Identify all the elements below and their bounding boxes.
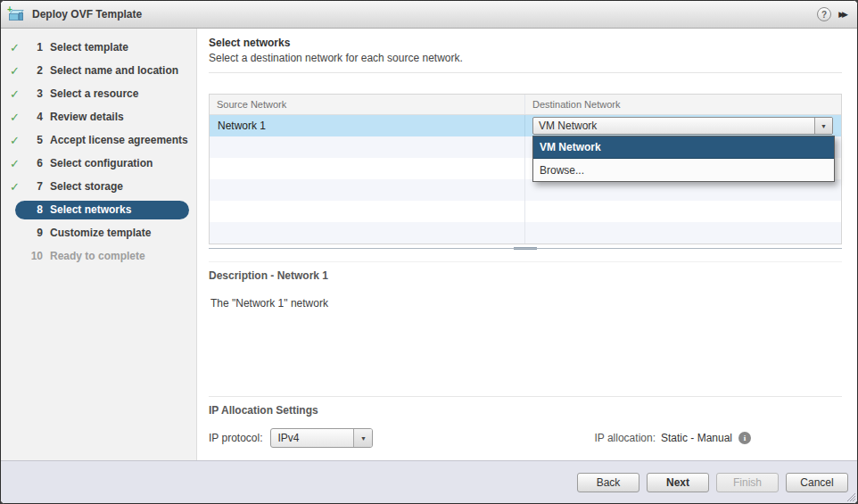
ip-allocation-heading: IP Allocation Settings [209, 404, 842, 417]
step-label: Select networks [50, 203, 131, 216]
dropdown-option-browse[interactable]: Browse... [533, 159, 834, 181]
window-resize-grip[interactable] [846, 492, 855, 501]
check-icon: ✓ [10, 64, 28, 78]
sidebar-item-accept-license[interactable]: ✓ 5Accept license agreements [1, 128, 196, 152]
step-number: 9 [28, 227, 43, 239]
step-label: Customize template [50, 227, 151, 239]
sidebar-item-select-configuration[interactable]: ✓ 6Select configuration [1, 152, 196, 175]
description-section: Description - Network 1 The "Network 1" … [209, 261, 842, 396]
ip-protocol-label: IP protocol: [209, 432, 262, 444]
back-button[interactable]: Back [577, 473, 639, 492]
deploy-ovf-dialog: + Deploy OVF Template ? ▶▶ ✓ 1Select tem… [0, 0, 858, 504]
step-number: 2 [28, 64, 43, 77]
step-number: 1 [28, 41, 43, 54]
check-icon: ✓ [10, 111, 28, 124]
dropdown-option-vm-network[interactable]: VM Network [533, 136, 834, 159]
source-network-name: Network 1 [210, 120, 266, 132]
next-button[interactable]: Next [647, 473, 709, 492]
step-number: 10 [28, 250, 43, 262]
sidebar-item-select-name-location[interactable]: ✓ 2Select name and location [1, 59, 196, 82]
deploy-ovf-icon: + [8, 6, 26, 22]
step-number: 7 [28, 180, 43, 193]
destination-network-value: VM Network [533, 120, 814, 132]
sidebar-item-select-resource[interactable]: ✓ 3Select a resource [1, 82, 196, 105]
step-label: Accept license agreements [50, 134, 188, 146]
step-label: Select name and location [50, 64, 178, 77]
ip-allocation-section: IP Allocation Settings IP protocol: IPv4… [209, 396, 842, 460]
description-heading: Description - Network 1 [209, 269, 842, 282]
dialog-footer: Back Next Finish Cancel [1, 460, 857, 503]
fast-forward-icon[interactable]: ▶▶ [838, 10, 848, 19]
table-resize-splitter[interactable] [209, 248, 842, 255]
step-number: 3 [28, 87, 43, 100]
chevron-down-icon[interactable]: ▼ [814, 118, 832, 134]
dialog-titlebar: + Deploy OVF Template ? ▶▶ [1, 1, 857, 29]
sidebar-item-select-template[interactable]: ✓ 1Select template [1, 36, 196, 59]
step-number: 6 [28, 157, 43, 169]
page-title: Select networks [209, 37, 842, 49]
column-header-destination-network: Destination Network [525, 95, 841, 114]
sidebar-item-review-details[interactable]: ✓ 4Review details [1, 105, 196, 128]
check-icon: ✓ [10, 180, 28, 194]
destination-network-dropdown[interactable]: VM Network ▼ [532, 117, 833, 135]
ip-allocation-label: IP allocation: [594, 432, 656, 444]
step-label: Ready to complete [50, 250, 145, 262]
wizard-content: Select networks Select a destination net… [197, 29, 857, 460]
table-row-empty [210, 222, 841, 244]
divider [209, 72, 842, 73]
step-label: Review details [50, 111, 124, 123]
step-label: Select storage [50, 180, 123, 193]
step-number: 4 [28, 111, 43, 123]
sidebar-item-ready-to-complete: 10Ready to complete [1, 244, 196, 268]
description-text: The "Network 1" network [209, 297, 842, 310]
column-header-source-network: Source Network [210, 95, 525, 114]
table-row[interactable]: Network 1 VM Network ▼ VM Network Browse… [210, 115, 841, 136]
table-row-empty [210, 179, 841, 201]
ip-allocation-value: Static - Manual [661, 432, 732, 444]
splitter-grip-icon[interactable] [514, 246, 537, 251]
cancel-button[interactable]: Cancel [786, 473, 848, 492]
wizard-steps-sidebar: ✓ 1Select template ✓ 2Select name and lo… [1, 29, 197, 460]
ip-protocol-dropdown[interactable]: IPv4 ▼ [270, 428, 373, 448]
step-label: Select template [50, 41, 128, 54]
ip-protocol-value: IPv4 [271, 432, 353, 444]
network-mapping-table: Source Network Destination Network Netwo… [209, 94, 842, 244]
info-icon[interactable]: i [738, 432, 751, 444]
step-number: 5 [28, 134, 43, 146]
plus-icon: + [7, 4, 12, 14]
check-icon: ✓ [10, 134, 28, 147]
help-icon[interactable]: ? [817, 7, 831, 21]
check-icon: ✓ [10, 87, 28, 101]
check-icon: ✓ [10, 157, 28, 170]
page-subtitle: Select a destination network for each so… [209, 52, 842, 64]
sidebar-item-customize-template[interactable]: 9Customize template [1, 221, 196, 244]
destination-network-options-list: VM Network Browse... [532, 136, 835, 182]
table-row-empty [210, 201, 841, 222]
sidebar-item-select-storage[interactable]: ✓ 7Select storage [1, 175, 196, 198]
step-label: Select configuration [50, 157, 153, 169]
step-label: Select a resource [50, 87, 138, 100]
step-number: 8 [28, 203, 43, 216]
check-icon: ✓ [10, 41, 28, 54]
finish-button: Finish [716, 473, 779, 492]
table-header-row: Source Network Destination Network [210, 95, 841, 115]
chevron-down-icon[interactable]: ▼ [353, 429, 372, 447]
sidebar-item-select-networks[interactable]: 8Select networks [1, 198, 196, 221]
dialog-title: Deploy OVF Template [32, 8, 817, 21]
